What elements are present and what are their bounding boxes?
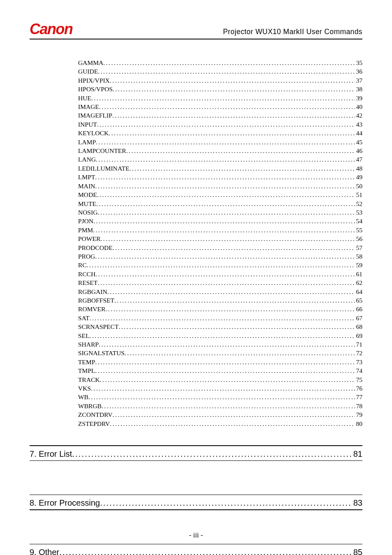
toc-entry-page: 35	[355, 58, 362, 67]
toc-entry: GUIDE 36	[78, 67, 362, 76]
toc-entry: SEL 69	[78, 331, 362, 340]
toc-entry-page: 69	[355, 331, 362, 340]
toc-entry-page: 39	[355, 94, 362, 102]
toc-entry: PJON 54	[78, 217, 362, 225]
toc-leader-dots	[125, 349, 355, 357]
toc-section: 9. Other 85	[30, 544, 362, 555]
toc-entry: GAMMA 35	[78, 58, 362, 67]
toc-entry-label: MUTE	[78, 199, 96, 208]
toc-entry: ZSTEPDRV 80	[78, 419, 362, 428]
table-of-contents: GAMMA 35 GUIDE 36 HPIX/VPIX 37 HPOS/VPOS…	[30, 58, 362, 428]
toc-entry-label: MAIN	[78, 182, 95, 190]
toc-leader-dots	[97, 120, 355, 129]
toc-entry-label: PRODCODE	[78, 243, 113, 252]
toc-entry-page: 65	[355, 296, 362, 305]
toc-entry: MUTE 52	[78, 199, 362, 208]
toc-entry-label: SEL	[78, 331, 90, 340]
toc-entry-page: 48	[355, 164, 362, 173]
toc-leader-dots	[101, 402, 355, 410]
toc-entry-page: 55	[355, 226, 362, 234]
toc-entry: PMM 55	[78, 226, 362, 234]
toc-entry-page: 40	[355, 102, 362, 111]
toc-entry-page: 66	[355, 305, 362, 313]
toc-leader-dots	[87, 261, 355, 269]
toc-section-label: 9. Other	[30, 547, 59, 555]
toc-leader-dots	[113, 243, 355, 252]
toc-entry-label: PJON	[78, 217, 93, 225]
toc-entry-page: 64	[355, 287, 362, 296]
toc-leader-dots	[101, 234, 355, 243]
toc-entry-page: 49	[355, 173, 362, 181]
toc-leader-dots	[100, 497, 353, 508]
toc-entry-page: 59	[355, 261, 362, 269]
toc-section-line: 9. Other 85	[30, 547, 362, 555]
toc-entry-label: RGBGAIN	[78, 287, 107, 296]
toc-leader-dots	[59, 547, 352, 555]
toc-section-line: 8. Error Processing 83	[30, 497, 362, 508]
toc-entry-page: 36	[355, 67, 362, 76]
toc-leader-dots	[91, 384, 355, 393]
toc-leader-dots	[110, 419, 355, 428]
toc-entry-page: 80	[355, 419, 362, 428]
toc-entry-page: 76	[355, 384, 362, 393]
toc-entry-page: 61	[355, 270, 362, 278]
toc-entry: KEYLOCK 44	[78, 129, 362, 137]
toc-entry-label: INPUT	[78, 120, 97, 129]
section-rule-top	[30, 544, 362, 545]
toc-entry-label: POWER	[78, 234, 101, 243]
toc-entry-page: 37	[355, 76, 362, 85]
toc-entry: IMAGE 40	[78, 102, 362, 111]
toc-entry: IMAGEFLIP 42	[78, 111, 362, 120]
toc-leader-dots	[72, 449, 352, 459]
toc-section-line: 7. Error List 81	[30, 449, 362, 459]
toc-leader-dots	[126, 146, 355, 155]
toc-entry: RGBOFFSET 65	[78, 296, 362, 305]
toc-entry: RESET 62	[78, 278, 362, 287]
toc-leader-dots	[95, 358, 355, 366]
toc-section: 7. Error List 81	[30, 445, 362, 461]
section-rule-top	[30, 495, 362, 495]
toc-entry: MODE 51	[78, 190, 362, 199]
toc-entry-label: TRACK	[78, 375, 100, 384]
toc-entry-label: ZSTEPDRV	[78, 419, 110, 428]
toc-leader-dots	[95, 182, 355, 190]
toc-entry: HPOS/VPOS 38	[78, 85, 362, 93]
toc-entry-label: LANG	[78, 155, 96, 164]
page: Canon Projector WUX10 MarkII User Comman…	[0, 0, 392, 555]
toc-entry-page: 72	[355, 349, 362, 357]
toc-entry-label: LMPT	[78, 173, 95, 181]
toc-leader-dots	[96, 199, 355, 208]
toc-entry-label: HPIX/VPIX	[78, 76, 110, 85]
toc-entry-label: RC	[78, 261, 87, 269]
toc-entry-page: 78	[355, 402, 362, 410]
section-spacer	[30, 461, 362, 481]
toc-section-label: 8. Error Processing	[30, 497, 100, 508]
toc-entry: LANG 47	[78, 155, 362, 164]
toc-entry-label: LAMP	[78, 138, 96, 146]
toc-entry: LEDILLUMINATE 48	[78, 164, 362, 173]
toc-leader-dots	[98, 67, 355, 76]
page-header: Canon Projector WUX10 MarkII User Comman…	[30, 21, 362, 39]
toc-entry-page: 57	[355, 243, 362, 252]
toc-leader-dots	[95, 270, 355, 278]
toc-entry-label: IMAGE	[78, 102, 99, 111]
toc-entry-page: 51	[355, 190, 362, 199]
toc-entry-page: 45	[355, 138, 362, 146]
toc-leader-dots	[93, 217, 355, 225]
toc-entry-label: NOSIG	[78, 208, 98, 217]
toc-entry-page: 58	[355, 252, 362, 261]
brand-logo: Canon	[30, 21, 73, 38]
toc-entry: VKS 76	[78, 384, 362, 393]
toc-leader-dots	[95, 173, 355, 181]
toc-entry: RC 59	[78, 261, 362, 269]
toc-entry-page: 79	[355, 410, 362, 419]
toc-entry: HPIX/VPIX 37	[78, 76, 362, 85]
toc-entry-page: 54	[355, 217, 362, 225]
toc-entry-page: 62	[355, 278, 362, 287]
toc-entry-label: RESET	[78, 278, 98, 287]
toc-entry-page: 47	[355, 155, 362, 164]
toc-section-page: 83	[353, 497, 362, 508]
toc-leader-dots	[113, 85, 355, 93]
toc-entry-label: HPOS/VPOS	[78, 85, 113, 93]
toc-entry-label: SIGNALSTATUS	[78, 349, 125, 357]
